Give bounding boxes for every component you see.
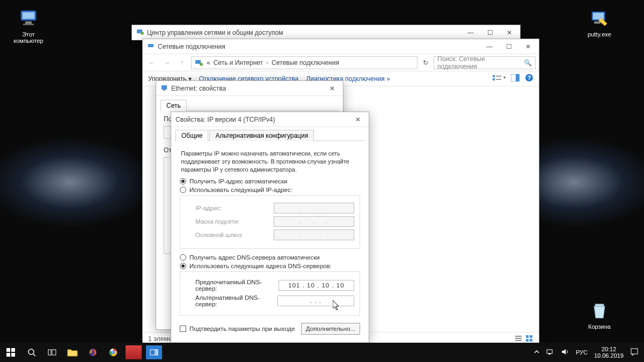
radio-use-dns[interactable]: Использовать следующие адреса DNS-сервер… [180, 263, 360, 269]
help-button[interactable]: ? [525, 73, 533, 84]
refresh-button[interactable]: ↻ [421, 59, 430, 67]
taskbar-file-explorer[interactable] [62, 343, 83, 362]
dns-input-alternate[interactable]: . . . [277, 295, 354, 306]
maximize-button[interactable]: ☐ [499, 40, 518, 54]
checkbox-label: Подтвердить параметры при выходе [189, 326, 295, 332]
tray-clock[interactable]: 20:12 10.06.2019 [594, 346, 624, 359]
svg-point-42 [112, 351, 114, 353]
dns-input-preferred[interactable]: 101 . 10 . 10 . 10 [279, 280, 354, 291]
field-alternate-dns: Альтернативный DNS-сервер: . . . [186, 294, 354, 307]
ip-input: . . . [274, 216, 354, 227]
tab-general[interactable]: Общие [175, 130, 208, 141]
maximize-button[interactable]: ☐ [480, 26, 500, 40]
search-input[interactable]: Поиск: Сетевые подключения 🔍 [434, 56, 536, 69]
taskbar-app-1[interactable] [126, 345, 142, 359]
close-button[interactable]: ✕ [323, 82, 342, 95]
desktop-icon-label: Корзина [588, 323, 611, 330]
svg-rect-32 [6, 353, 10, 357]
ethernet-icon [160, 84, 168, 93]
crumb-item[interactable]: Сеть и Интернет [214, 59, 263, 67]
breadcrumb[interactable]: « Сеть и Интернет › Сетевые подключения [191, 56, 418, 69]
taskbar-app-2[interactable] [146, 345, 162, 359]
tray-date: 10.06.2019 [594, 352, 624, 359]
radio-icon [180, 187, 186, 193]
desktop-icon-recycle-bin[interactable]: Корзина [581, 300, 618, 330]
ip-input: . . . [274, 203, 354, 213]
svg-text:?: ? [528, 75, 531, 81]
minimize-button[interactable]: — [480, 40, 499, 54]
tray-notifications-icon[interactable] [630, 348, 639, 357]
radio-obtain-dns-auto[interactable]: Получить адрес DNS-сервера автоматически [180, 254, 360, 261]
svg-rect-28 [162, 85, 167, 90]
svg-rect-15 [496, 76, 501, 77]
nav-forward-button[interactable]: → [161, 57, 173, 69]
svg-rect-47 [631, 349, 638, 354]
desktop-icon-putty[interactable]: putty.exe [581, 8, 618, 38]
preview-pane-button[interactable] [511, 74, 519, 83]
desktop-icon-label: Этот компьютер [13, 31, 43, 44]
field-label: Предпочитаемый DNS-сервер: [195, 279, 279, 292]
close-button[interactable]: ✕ [348, 113, 368, 127]
view-mode-icons[interactable] [515, 334, 533, 343]
start-button[interactable] [0, 343, 21, 362]
checkbox-validate-on-exit[interactable]: Подтвердить параметры при выходе [180, 326, 295, 332]
svg-rect-23 [515, 340, 522, 341]
svg-rect-21 [515, 336, 522, 337]
svg-rect-44 [155, 350, 158, 355]
window-icon [147, 42, 155, 51]
taskbar-search-button[interactable] [21, 343, 42, 362]
tray-expand-icon[interactable] [534, 349, 539, 356]
close-button[interactable]: ✕ [500, 26, 519, 40]
description-text: Параметры IP можно назначать автоматичес… [181, 150, 359, 174]
field-preferred-dns: Предпочитаемый DNS-сервер: 101 . 10 . 10… [186, 279, 354, 292]
window-title: Сетевые подключения [158, 43, 480, 50]
svg-rect-33 [11, 353, 15, 357]
tab-alt-config[interactable]: Альтернативная конфигурация [209, 130, 314, 141]
radio-icon [180, 178, 186, 184]
search-icon: 🔍 [524, 59, 532, 67]
crumb-chevron: « [207, 59, 210, 67]
taskbar-chrome[interactable] [103, 343, 123, 362]
svg-rect-36 [48, 350, 51, 355]
svg-point-9 [141, 32, 144, 35]
crumb-item[interactable]: Сетевые подключения [272, 59, 339, 67]
field-subnet-mask: Маска подсети: . . . [186, 216, 354, 227]
radio-label: Использовать следующий IP-адрес: [189, 187, 292, 193]
svg-point-34 [28, 349, 34, 354]
nav-back-button[interactable]: ← [146, 57, 158, 69]
radio-use-ip[interactable]: Использовать следующий IP-адрес: [180, 187, 360, 193]
svg-rect-25 [530, 335, 532, 338]
tray-language[interactable]: РУС [576, 349, 588, 356]
svg-rect-10 [148, 44, 153, 47]
crumb-separator: › [266, 59, 268, 67]
advanced-button[interactable]: Дополнительно... [301, 323, 360, 335]
radio-obtain-ip-auto[interactable]: Получить IP-адрес автоматически [180, 178, 360, 184]
svg-rect-18 [516, 74, 519, 82]
svg-rect-14 [493, 78, 495, 80]
taskbar-taskview-button[interactable] [42, 343, 62, 362]
view-options-button[interactable] [493, 74, 506, 83]
tab-network[interactable]: Сеть [160, 100, 187, 111]
tray-volume-icon[interactable] [561, 348, 569, 357]
field-label: IP-адрес: [195, 205, 222, 211]
checkbox-icon [180, 326, 186, 332]
desktop-icon-this-pc[interactable]: Этот компьютер [10, 8, 47, 44]
svg-rect-5 [593, 13, 604, 19]
field-gateway: Основной шлюз: . . . [186, 230, 354, 240]
ip-input: . . . [274, 230, 354, 240]
nav-up-button[interactable]: ↑ [176, 57, 188, 69]
field-label: Основной шлюз: [195, 232, 243, 238]
svg-rect-11 [195, 60, 201, 64]
svg-rect-26 [526, 339, 529, 342]
tray-network-icon[interactable] [546, 348, 554, 357]
svg-rect-31 [11, 348, 15, 352]
svg-rect-24 [526, 335, 529, 338]
taskbar-firefox[interactable] [83, 343, 103, 362]
svg-rect-16 [496, 79, 501, 80]
minimize-button[interactable]: — [461, 26, 480, 40]
window-title: Центр управления сетями и общим доступом [147, 29, 461, 36]
svg-rect-27 [530, 339, 532, 342]
svg-rect-22 [515, 338, 522, 339]
taskbar: РУС 20:12 10.06.2019 [0, 343, 644, 362]
close-button[interactable]: ✕ [518, 40, 538, 54]
